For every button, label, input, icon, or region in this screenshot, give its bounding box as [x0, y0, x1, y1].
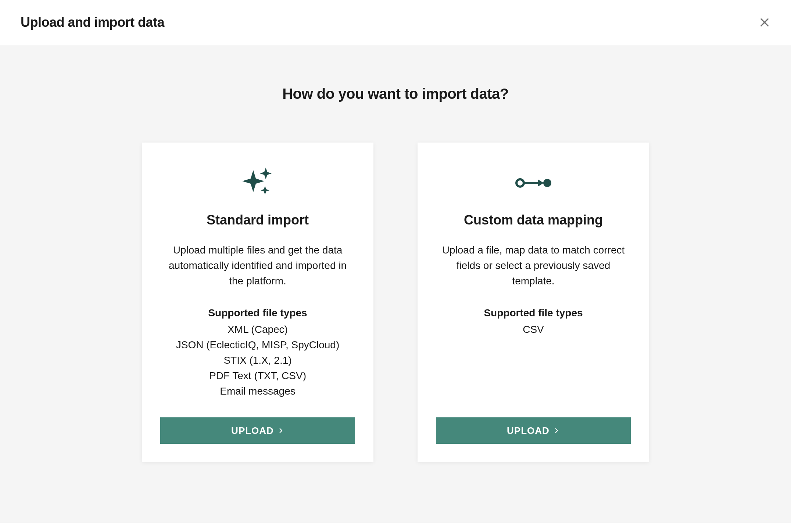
supported-file-types-heading: Supported file types: [484, 307, 583, 319]
chevron-right-icon: [553, 427, 560, 434]
card-title: Custom data mapping: [464, 212, 603, 228]
file-type: XML (Capec): [176, 322, 340, 337]
question-heading: How do you want to import data?: [0, 86, 791, 102]
card-title: Standard import: [207, 212, 309, 228]
file-type: STIX (1.X, 2.1): [176, 353, 340, 368]
card-description: Upload a file, map data to match correct…: [436, 242, 631, 289]
svg-marker-4: [538, 179, 544, 187]
sparkles-icon: [239, 165, 276, 201]
dialog-header: Upload and import data: [0, 0, 791, 45]
chevron-right-icon: [278, 427, 284, 434]
card-custom-mapping: Custom data mapping Upload a file, map d…: [418, 143, 649, 462]
supported-file-types-heading: Supported file types: [208, 307, 307, 319]
cards-container: Standard import Upload multiple files an…: [0, 143, 791, 462]
file-type: Email messages: [176, 384, 340, 399]
dialog-title: Upload and import data: [21, 15, 164, 30]
file-types-list: XML (Capec) JSON (EclecticIQ, MISP, SpyC…: [176, 322, 340, 399]
svg-point-5: [543, 179, 551, 187]
card-description: Upload multiple files and get the data a…: [160, 242, 355, 289]
upload-button-standard[interactable]: UPLOAD: [160, 417, 355, 444]
content-area: How do you want to import data? Standard…: [0, 45, 791, 523]
close-icon: [759, 17, 770, 28]
upload-button-label: UPLOAD: [507, 425, 550, 436]
file-type: JSON (EclecticIQ, MISP, SpyCloud): [176, 337, 340, 353]
upload-button-custom[interactable]: UPLOAD: [436, 417, 631, 444]
mapping-arrow-icon: [515, 165, 552, 201]
file-type: PDF Text (TXT, CSV): [176, 368, 340, 384]
card-standard-import: Standard import Upload multiple files an…: [142, 143, 373, 462]
upload-button-label: UPLOAD: [231, 425, 274, 436]
svg-point-2: [516, 179, 524, 187]
close-button[interactable]: [759, 17, 770, 28]
file-type: CSV: [523, 322, 544, 337]
file-types-list: CSV: [523, 322, 544, 337]
